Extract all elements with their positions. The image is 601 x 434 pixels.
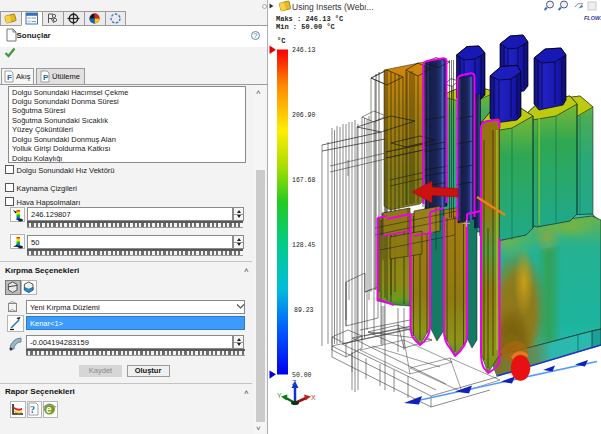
- svg-text:°C: °C: [277, 37, 285, 45]
- svg-text:128.45: 128.45: [292, 242, 316, 249]
- svg-text:89.23: 89.23: [294, 307, 314, 314]
- svg-text:X: X: [311, 394, 316, 401]
- svg-text:246.13: 246.13: [292, 47, 316, 54]
- svg-text:50.00: 50.00: [292, 372, 312, 379]
- svg-text:P: P: [43, 73, 49, 82]
- svg-text:?: ?: [30, 404, 35, 415]
- svg-text:F: F: [7, 73, 12, 82]
- svg-text:206.90: 206.90: [292, 112, 316, 119]
- svg-text:167.68: 167.68: [292, 177, 316, 184]
- svg-text:FLOWX: FLOWX: [584, 15, 601, 21]
- svg-text:Y: Y: [277, 392, 282, 399]
- svg-text:Z: Z: [292, 379, 297, 386]
- svg-text:Min : 50.00 °C: Min : 50.00 °C: [276, 23, 335, 31]
- svg-text:Using Inserts (Webı...: Using Inserts (Webı...: [292, 2, 374, 12]
